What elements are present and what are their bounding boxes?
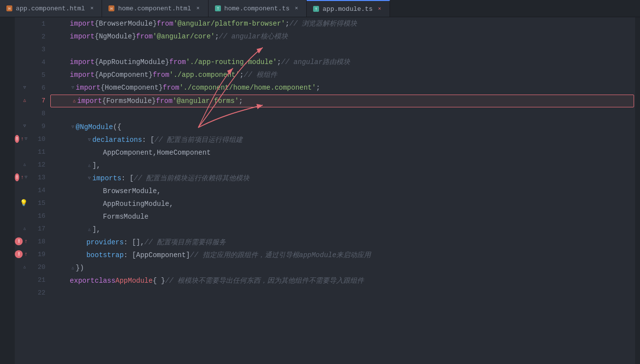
line-num-1: 1 <box>29 17 49 30</box>
gutter-9: ▽ <box>15 120 29 132</box>
gutter-12: △ <box>15 158 29 171</box>
code-line-20[interactable]: △}) <box>49 262 635 274</box>
gutter-22 <box>15 286 29 299</box>
error-badge-10: ! <box>15 135 19 143</box>
gutter-20: △ <box>15 261 29 273</box>
up-arrow-13: ↑ <box>21 174 24 180</box>
gutter-2 <box>15 30 29 43</box>
code-line-13[interactable]: ▽imports: [ // 配置当前模块运行依赖得其他模块 <box>49 172 635 185</box>
code-line-19[interactable]: bootstrap: [AppComponent] // 指定应用的跟组件，通过… <box>49 249 635 262</box>
fold-inline-6: ▽ <box>70 85 76 91</box>
line-num-17: 17 <box>29 222 49 235</box>
gutter-indicators: ▽ △ ▽ ! ↑ ▽ △ <box>15 17 29 364</box>
code-line-14[interactable]: BrowserModule, <box>49 185 635 198</box>
fold-inline-12: △ <box>86 163 92 168</box>
fold-icon-17: △ <box>22 226 28 232</box>
svg-text:H: H <box>8 7 10 11</box>
line-num-20: 20 <box>29 261 49 273</box>
ts-icon: T <box>214 5 221 12</box>
code-line-17[interactable]: △], <box>49 223 635 236</box>
code-line-4[interactable]: import { AppRoutingModule } from './app-… <box>49 56 635 68</box>
code-line-6[interactable]: ▽import { HomeComponent } from './compon… <box>49 81 635 94</box>
tab-app-component-html[interactable]: H app.component.html × <box>0 0 102 17</box>
code-line-1[interactable]: import { BrowserModule } from '@angular/… <box>49 17 635 30</box>
scrollbar[interactable] <box>635 17 640 364</box>
error-badge-18: ! <box>15 237 23 245</box>
gutter-18: ! ↑ <box>15 235 29 248</box>
line-num-11: 11 <box>29 145 49 158</box>
code-line-16[interactable]: FormsModule <box>49 210 635 223</box>
gutter-17: △ <box>15 222 29 235</box>
tab-home-component-ts[interactable]: T home.component.ts × <box>209 0 307 17</box>
code-line-21[interactable]: export class AppModule { } // 根模块不需要导出任何… <box>49 274 635 287</box>
html-icon: H <box>6 5 13 12</box>
line-num-3: 3 <box>29 43 49 56</box>
fold-inline-10: ▽ <box>86 137 92 143</box>
tab-label-3: home.component.ts <box>224 5 290 12</box>
tab-label-2: home.component.html <box>118 5 191 12</box>
fold-inline-20: △ <box>70 265 76 271</box>
svg-text:H: H <box>110 7 112 11</box>
ts-icon-2: T <box>313 5 320 12</box>
fold-icon-12: △ <box>22 162 28 167</box>
tab-close-icon-4[interactable]: × <box>376 5 384 13</box>
line-num-13: 13 <box>29 171 49 184</box>
code-line-2[interactable]: import { NgModule } from '@angular/core'… <box>49 30 635 43</box>
editor-body: ▽ △ ▽ ! ↑ ▽ △ <box>0 17 640 364</box>
line-num-21: 21 <box>29 273 49 286</box>
code-line-10[interactable]: ▽declarations: [ // 配置当前项目运行得组建 <box>49 133 635 146</box>
tab-bar: H app.component.html × H home.component.… <box>0 0 640 17</box>
code-area[interactable]: import { BrowserModule } from '@angular/… <box>49 17 635 364</box>
code-line-7[interactable]: △import { FormsModule } from '@angular/f… <box>50 95 634 107</box>
line-num-14: 14 <box>29 184 49 197</box>
tab-label-4: app.module.ts <box>322 5 372 13</box>
line-num-15: 15 <box>29 197 49 209</box>
gutter-19: ! ↑ <box>15 248 29 261</box>
tab-close-icon[interactable]: × <box>88 4 96 12</box>
line-num-6: 6 <box>29 81 49 94</box>
line-num-5: 5 <box>29 68 49 81</box>
code-line-12[interactable]: △], <box>49 159 635 172</box>
tab-close-icon-3[interactable]: × <box>292 4 300 12</box>
fold-icon-20: △ <box>22 264 28 270</box>
gutter-5 <box>15 68 29 81</box>
fold-inline-9: ▽ <box>70 124 76 130</box>
gutter-3 <box>15 43 29 56</box>
up-arrow-18: ↑ <box>24 238 28 244</box>
tab-home-component-html[interactable]: H home.component.html × <box>102 0 208 17</box>
tab-app-module-ts[interactable]: T app.module.ts × <box>307 0 390 17</box>
fold-icon-7: △ <box>22 98 28 103</box>
gutter-14 <box>15 184 29 197</box>
fold-inline-7: △ <box>71 98 77 104</box>
fold-icon-6: ▽ <box>22 85 28 91</box>
gutter-1 <box>15 17 29 30</box>
gutter-10: ! ↑ ▽ <box>15 132 29 145</box>
tab-close-icon-2[interactable]: × <box>194 4 202 12</box>
gutter-15: 💡 <box>15 197 29 209</box>
line-num-2: 2 <box>29 30 49 43</box>
code-line-18[interactable]: providers: [], // 配置项目所需要得服务 <box>49 236 635 249</box>
code-line-15[interactable]: AppRoutingModule, <box>49 198 635 210</box>
fold-inline-13: ▽ <box>86 175 92 181</box>
gutter-8 <box>15 107 29 120</box>
gutter-13: ! ↑ ▽ <box>15 171 29 184</box>
line-num-7: 7 <box>29 94 49 107</box>
line-num-9: 9 <box>29 120 49 132</box>
code-line-5[interactable]: import { AppComponent } from './app.comp… <box>49 68 635 81</box>
line-num-16: 16 <box>29 209 49 222</box>
tab-label: app.component.html <box>16 5 85 12</box>
error-badge-13: ! <box>15 173 19 181</box>
code-line-22[interactable] <box>49 287 635 300</box>
code-line-3[interactable] <box>49 43 635 56</box>
editor-root: H app.component.html × H home.component.… <box>0 0 640 364</box>
html-icon-2: H <box>108 5 115 12</box>
gutter-11 <box>15 145 29 158</box>
code-line-11[interactable]: AppComponent, HomeComponent <box>49 146 635 159</box>
bulb-icon-15: 💡 <box>20 199 28 207</box>
gutter-16 <box>15 209 29 222</box>
line-num-19: 19 <box>29 248 49 261</box>
fold-inline-17: △ <box>86 227 92 232</box>
line-numbers: 1 2 3 4 5 6 7 8 9 10 11 12 13 14 15 16 1… <box>29 17 49 364</box>
code-line-8[interactable] <box>49 108 635 121</box>
code-line-9[interactable]: ▽@NgModule({ <box>49 121 635 133</box>
